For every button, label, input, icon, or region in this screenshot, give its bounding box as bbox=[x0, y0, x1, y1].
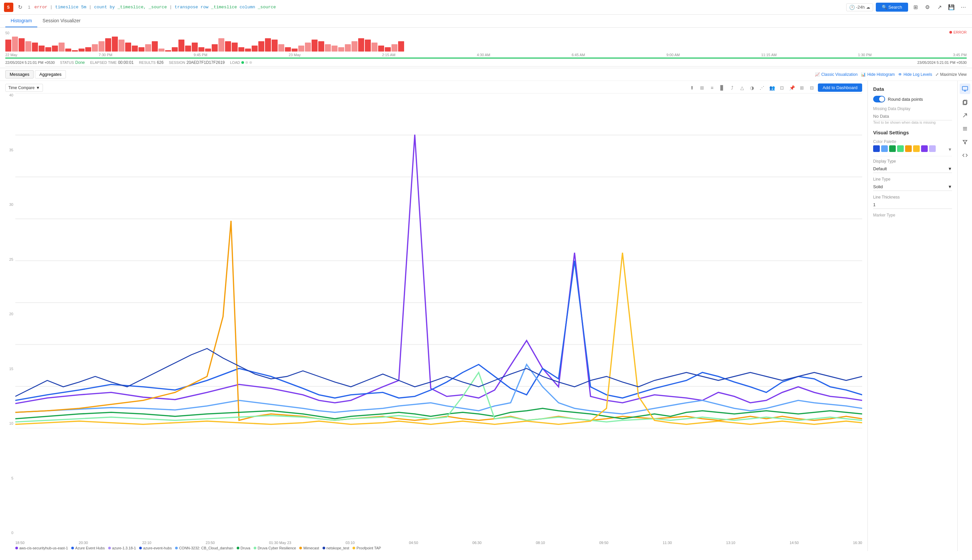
color-swatch[interactable] bbox=[881, 145, 888, 152]
maximize-btn[interactable]: ⤢ Maximize View bbox=[935, 72, 967, 77]
histogram-bar bbox=[285, 47, 291, 52]
expand-icon-btn[interactable]: ⊟ bbox=[808, 84, 816, 92]
legend-dot bbox=[323, 547, 325, 549]
x-axis-label: 14:50 bbox=[790, 541, 799, 545]
color-swatch[interactable] bbox=[913, 145, 920, 152]
color-swatch[interactable] bbox=[889, 145, 896, 152]
legend-label: CONN-3232: CB_Cloud_darshan bbox=[179, 546, 233, 550]
sidebar-copy-icon[interactable] bbox=[960, 97, 970, 107]
status-done-item: STATUS Done bbox=[60, 60, 85, 65]
status-done-value: Done bbox=[75, 60, 85, 65]
legend-item: CONN-3232: CB_Cloud_darshan bbox=[175, 546, 233, 550]
histogram-bar bbox=[159, 48, 164, 52]
histogram-bar bbox=[18, 38, 25, 52]
tab-messages[interactable]: Messages bbox=[5, 70, 33, 78]
save-icon-btn[interactable]: 💾 bbox=[947, 3, 956, 12]
display-type-row: Display Type Default ▼ bbox=[873, 159, 952, 173]
data-section-title: Data bbox=[873, 86, 952, 92]
load-dot-2 bbox=[245, 61, 248, 64]
x-axis-label: 16:30 bbox=[853, 541, 862, 545]
line-type-value: Solid bbox=[873, 184, 883, 189]
classic-viz-label: Classic Visualization bbox=[821, 72, 858, 77]
color-swatch[interactable] bbox=[897, 145, 904, 152]
tab-histogram[interactable]: Histogram bbox=[5, 15, 37, 27]
bar-chart-icon-btn[interactable]: ▊ bbox=[718, 84, 726, 92]
round-data-toggle[interactable] bbox=[873, 96, 885, 102]
hide-log-levels-btn[interactable]: 👁 Hide Log Levels bbox=[898, 72, 932, 77]
histogram-bar bbox=[25, 41, 31, 52]
timeline-label: 23 May bbox=[289, 53, 301, 57]
display-type-value: Default bbox=[873, 166, 887, 171]
table-icon-btn[interactable]: ⊞ bbox=[698, 84, 706, 92]
more-icon-btn[interactable]: ⋯ bbox=[959, 3, 968, 12]
scatter-icon-btn[interactable]: ⋰ bbox=[758, 84, 766, 92]
people-icon-btn[interactable]: 👥 bbox=[768, 84, 776, 92]
share-icon-btn[interactable]: ↗ bbox=[935, 3, 944, 12]
grid2-icon-btn[interactable]: ⊞ bbox=[798, 84, 806, 92]
line-type-select[interactable]: Solid ▼ bbox=[873, 183, 952, 191]
pie-chart-icon-btn[interactable]: ◑ bbox=[748, 84, 756, 92]
display-type-chevron: ▼ bbox=[948, 166, 952, 171]
sidebar-arrow-icon[interactable] bbox=[960, 110, 970, 121]
color-swatch[interactable] bbox=[905, 145, 912, 152]
classic-viz-btn[interactable]: 📈 Classic Visualization bbox=[815, 72, 858, 77]
pin-icon-btn[interactable]: 📌 bbox=[788, 84, 796, 92]
x-axis-label: 09:50 bbox=[599, 541, 609, 545]
color-swatch[interactable] bbox=[873, 145, 880, 152]
x-axis-label: 03:10 bbox=[346, 541, 355, 545]
histogram-bar bbox=[245, 48, 251, 52]
load-dot-1 bbox=[241, 61, 244, 64]
histogram-bar bbox=[45, 47, 51, 52]
chart-toolbar: Time Compare ▼ ⬆ ⊞ ≡ ▊ ⤴ △ ◑ ⋰ 👥 ⊡ 📌 ⊞ ⊟… bbox=[5, 83, 862, 92]
legend-item: Azure Event Hubs bbox=[71, 546, 105, 550]
load-dot-3 bbox=[249, 61, 252, 64]
columns-icon-btn[interactable]: ≡ bbox=[708, 84, 716, 92]
hide-histogram-btn[interactable]: 📊 Hide Histogram bbox=[861, 72, 895, 77]
results-label: RESULTS bbox=[139, 60, 156, 65]
sidebar-list-icon[interactable] bbox=[960, 123, 970, 134]
line-chart-icon-btn[interactable]: ⤴ bbox=[728, 84, 736, 92]
search-button[interactable]: 🔍 Search bbox=[876, 3, 908, 12]
reload-button[interactable]: ↻ bbox=[16, 3, 24, 11]
histogram-bar bbox=[5, 40, 11, 52]
palette-chevron-icon[interactable]: ▼ bbox=[948, 147, 952, 152]
viz-controls: 📈 Classic Visualization 📊 Hide Histogram… bbox=[815, 72, 967, 77]
legend-dot bbox=[353, 547, 355, 549]
legend-dot bbox=[71, 547, 74, 549]
histogram-bar bbox=[358, 38, 364, 52]
hist-y-max: 50 bbox=[5, 31, 9, 35]
line-type-label: Line Type bbox=[873, 177, 952, 182]
time-selector[interactable]: 🕐 -24h ☁ bbox=[846, 3, 873, 11]
sidebar-code-icon[interactable] bbox=[960, 150, 970, 161]
tab-aggregates[interactable]: Aggregates bbox=[35, 70, 66, 78]
histogram-bar bbox=[225, 41, 231, 52]
tab-session-visualizer[interactable]: Session Visualizer bbox=[37, 15, 86, 27]
time-compare-btn[interactable]: Time Compare ▼ bbox=[5, 84, 43, 92]
add-dashboard-btn[interactable]: Add to Dashboard bbox=[818, 83, 862, 92]
tab-number: 1 bbox=[27, 5, 32, 10]
grid-icon-btn[interactable]: ⊞ bbox=[911, 3, 920, 12]
histogram-bar bbox=[72, 50, 78, 52]
histogram-bar bbox=[32, 43, 38, 52]
no-data-hint: Text to be shown when data is missing bbox=[873, 120, 952, 124]
area-chart-icon-btn[interactable]: △ bbox=[738, 84, 746, 92]
x-axis-label: 11:30 bbox=[663, 541, 672, 545]
display-type-select[interactable]: Default ▼ bbox=[873, 165, 952, 173]
legend-item: azure-1.3.18-1 bbox=[108, 546, 136, 550]
x-axis-label: 08:10 bbox=[536, 541, 545, 545]
status-label: STATUS bbox=[60, 60, 74, 65]
download-icon-btn[interactable]: ⬆ bbox=[688, 84, 696, 92]
table2-icon-btn[interactable]: ⊡ bbox=[778, 84, 786, 92]
color-swatch[interactable] bbox=[929, 145, 936, 152]
line-thickness-row: Line Thickness 1 bbox=[873, 195, 952, 209]
no-data-input[interactable] bbox=[873, 112, 952, 120]
timeline-label: 9:45 PM bbox=[194, 53, 207, 57]
sidebar-monitor-icon[interactable] bbox=[960, 83, 970, 94]
sidebar-filter-icon[interactable] bbox=[960, 137, 970, 147]
app-logo[interactable]: S bbox=[4, 3, 13, 12]
settings-icon-btn[interactable]: ⚙ bbox=[923, 3, 932, 12]
color-swatch[interactable] bbox=[921, 145, 928, 152]
histogram-bar bbox=[12, 37, 18, 52]
round-data-points-row: Round data points bbox=[873, 96, 952, 102]
svg-rect-11 bbox=[962, 87, 968, 90]
